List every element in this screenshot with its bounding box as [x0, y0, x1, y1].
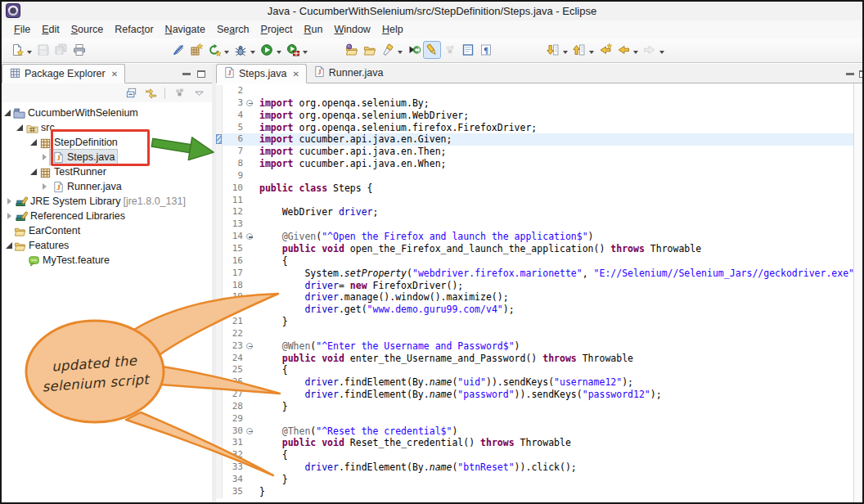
code-line-22[interactable]: 22 — [216, 328, 853, 340]
code-line-15[interactable]: 15 public void open_the_Firefox_and_laun… — [216, 243, 853, 255]
link-with-editor-button[interactable] — [142, 85, 159, 101]
editor-tab-runner-java[interactable]: JRunner.java — [307, 63, 390, 83]
save-all-button[interactable] — [52, 41, 70, 59]
menu-refactor[interactable]: Refactor — [109, 22, 159, 37]
annotation-ruler-cell[interactable] — [216, 218, 223, 231]
code-line-14[interactable]: 14 @Given("^Open the Firefox and launch … — [216, 231, 853, 243]
run-button[interactable] — [258, 41, 276, 59]
code-line-28[interactable]: 28 } — [216, 401, 853, 413]
code-text[interactable]: driver= new FirefoxDriver(); — [255, 280, 463, 292]
menu-source[interactable]: Source — [65, 22, 110, 37]
next-annotation-button[interactable] — [544, 41, 562, 59]
code-line-11[interactable]: 11 — [216, 195, 853, 207]
annotation-ruler-cell[interactable] — [216, 304, 223, 316]
code-line-17[interactable]: 17 System.setProperty("webdriver.firefox… — [216, 268, 853, 280]
collapse-all-button[interactable] — [123, 85, 139, 101]
tree-entry[interactable]: MyTest.feature — [25, 253, 112, 268]
code-text[interactable]: driver.get("www.demo.guru99.com/v4"); — [255, 304, 515, 316]
code-line-30[interactable]: 30 @Then("^Reset the credential$") — [216, 425, 853, 438]
annotation-ruler-cell[interactable] — [216, 328, 223, 340]
external-tools-button-dropdown-icon[interactable] — [303, 51, 308, 56]
annotation-ruler-cell[interactable] — [216, 268, 223, 280]
annotation-ruler-cell[interactable] — [216, 231, 223, 243]
annotation-ruler-cell[interactable] — [216, 291, 223, 304]
annotation-ruler-cell[interactable] — [216, 389, 223, 401]
tree-item-jre-system-library[interactable]: JRE System Library [jre1.8.0_131] — [2, 194, 212, 209]
annotation-ruler-cell[interactable] — [216, 486, 223, 498]
annotation-ruler-cell[interactable] — [216, 243, 223, 255]
annotation-ruler-cell[interactable] — [216, 474, 223, 486]
code-line-33[interactable]: 33 driver.findElement(By.name("btnReset"… — [216, 461, 853, 474]
annotation-ruler-cell[interactable] — [216, 401, 223, 413]
code-text[interactable]: import org.openqa.selenium.firefox.Firef… — [255, 122, 537, 134]
annotation-ruler-cell[interactable] — [216, 133, 223, 146]
annotation-ruler-cell[interactable] — [216, 146, 223, 158]
fold-collapse-icon[interactable] — [246, 428, 253, 434]
open-type-hierarchy-button[interactable] — [405, 41, 423, 59]
collapse-arrow-icon[interactable] — [4, 110, 11, 116]
annotation-ruler-cell[interactable] — [216, 376, 223, 389]
code-text[interactable]: @Then("^Reset the credential$") — [255, 425, 457, 438]
new-wizard-button-dropdown-icon[interactable] — [27, 51, 32, 56]
menu-navigate[interactable]: Navigate — [160, 22, 211, 37]
code-line-34[interactable]: 34 } — [216, 474, 853, 486]
tree-entry[interactable]: JRunner.java — [50, 179, 124, 194]
collapse-arrow-icon[interactable] — [16, 124, 23, 131]
search-button-dropdown-icon[interactable] — [398, 51, 403, 56]
annotation-ruler-cell[interactable] — [216, 437, 223, 449]
show-whitespace-button[interactable]: ¶ — [477, 41, 495, 59]
open-resource-button[interactable] — [343, 41, 361, 59]
debug-button-dropdown-icon[interactable] — [250, 51, 255, 56]
code-line-29[interactable]: 29 — [216, 413, 853, 425]
code-line-5[interactable]: 5import org.openqa.selenium.firefox.Fire… — [216, 122, 853, 134]
save-button[interactable] — [34, 41, 52, 59]
tree-item-runner-java[interactable]: JRunner.java — [2, 179, 212, 194]
code-text[interactable] — [255, 328, 259, 340]
code-text[interactable] — [255, 85, 259, 97]
code-text[interactable]: } — [255, 401, 288, 413]
code-text[interactable]: import cucumber.api.java.en.Given; — [255, 133, 452, 146]
annotation-ruler-cell[interactable] — [216, 85, 223, 97]
annotation-ruler-cell[interactable] — [216, 206, 223, 218]
forward-button-dropdown-icon[interactable] — [659, 51, 664, 56]
tree-entry[interactable]: EarContent — [11, 223, 83, 238]
editor-body[interactable]: 23import org.openqa.selenium.By;4import … — [216, 83, 862, 502]
code-line-21[interactable]: 21 } — [216, 316, 853, 328]
code-text[interactable]: public void open_the_Firefox_and_launch_… — [255, 243, 701, 255]
menu-help[interactable]: Help — [376, 22, 409, 37]
code-line-2[interactable]: 2 — [216, 85, 853, 97]
code-text[interactable]: @When("^Enter the Username and Password$… — [255, 340, 520, 353]
fold-collapse-icon[interactable] — [246, 233, 253, 240]
code-text[interactable]: public void Reset_the_credential() throw… — [255, 437, 571, 449]
toggle-highlight-button[interactable] — [423, 41, 441, 59]
code-text[interactable]: driver.manage().window().maximize(); — [255, 291, 509, 304]
menu-window[interactable]: Window — [328, 22, 376, 37]
code-text[interactable]: import org.openqa.selenium.WebDriver; — [255, 110, 469, 122]
code-text[interactable]: driver.findElement(By.name("uid")).sendK… — [255, 376, 633, 389]
external-tools-button[interactable] — [284, 41, 302, 59]
last-edit-location-button[interactable] — [596, 41, 614, 59]
maximize-icon[interactable] — [197, 70, 205, 78]
code-text[interactable]: public void enter_the_Username_and_Passw… — [255, 353, 633, 365]
previous-annotation-button[interactable] — [570, 41, 588, 59]
annotation-ruler-cell[interactable] — [216, 122, 223, 134]
code-lines[interactable]: 23import org.openqa.selenium.By;4import … — [216, 85, 853, 498]
expand-arrow-icon[interactable] — [43, 154, 50, 160]
annotation-ruler-cell[interactable] — [216, 316, 223, 328]
menu-project[interactable]: Project — [255, 22, 299, 37]
tree-item-testrunner[interactable]: TestRunner — [2, 164, 212, 179]
code-line-4[interactable]: 4import org.openqa.selenium.WebDriver; — [216, 110, 853, 122]
code-line-26[interactable]: 26 driver.findElement(By.name("uid")).se… — [216, 376, 853, 389]
tree-item-features[interactable]: Features — [2, 238, 212, 253]
annotation-ruler-cell[interactable] — [216, 449, 223, 461]
external-annotations-button[interactable] — [441, 41, 459, 59]
code-line-6[interactable]: 6import cucumber.api.java.en.Given; — [216, 133, 853, 146]
skip-all-breakpoints-button[interactable] — [169, 41, 187, 59]
code-line-35[interactable]: 35} — [216, 486, 853, 498]
print-button[interactable] — [70, 41, 88, 59]
search-button[interactable] — [379, 41, 397, 59]
code-text[interactable]: System.setProperty("webdriver.firefox.ma… — [255, 268, 862, 280]
annotation-ruler-cell[interactable] — [216, 353, 223, 365]
code-line-3[interactable]: 3import org.openqa.selenium.By; — [216, 97, 853, 110]
new-package-button[interactable] — [187, 41, 205, 59]
